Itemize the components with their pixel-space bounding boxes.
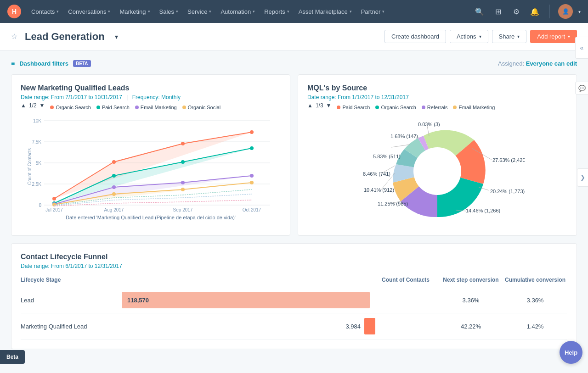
funnel-cumulative-lead: 3.36% xyxy=(503,297,567,304)
nav-marketing[interactable]: Marketing ▾ xyxy=(115,0,154,23)
assigned-label: Assigned: xyxy=(498,60,524,67)
header-actions: Create dashboard Actions ▾ Share ▾ Add r… xyxy=(384,30,577,43)
funnel-table-header: Lifecycle Stage Count of Contacts Next s… xyxy=(21,277,567,287)
next-arrow-icon[interactable]: ▼ xyxy=(326,102,332,109)
svg-text:Count of Contacts: Count of Contacts xyxy=(27,148,32,185)
nav-automation[interactable]: Automation ▾ xyxy=(216,0,260,23)
mql-source-card: MQL's by Source Date range: From 1/1/201… xyxy=(298,74,577,236)
next-page-button[interactable]: ❯ xyxy=(577,168,588,187)
svg-text:5K: 5K xyxy=(36,161,42,166)
svg-point-18 xyxy=(112,174,116,178)
svg-text:Jul 2017: Jul 2017 xyxy=(45,207,63,212)
svg-text:Sep 2017: Sep 2017 xyxy=(173,207,193,212)
actions-chevron-icon: ▾ xyxy=(479,34,481,39)
nav-service[interactable]: Service ▾ xyxy=(183,0,216,23)
mql-source-subtitle: Date range: From 1/1/2017 to 12/31/2017 xyxy=(307,94,567,100)
add-report-button[interactable]: Add report ▾ xyxy=(530,30,577,43)
pie-chart-svg: 27.63% (2,420) 20.24% (1,773) 14.46% (1,… xyxy=(350,116,525,226)
mql-source-page-num: 1/3 xyxy=(316,102,323,109)
nav-conversations[interactable]: Conversations ▾ xyxy=(63,0,115,23)
chevron-down-icon: ▾ xyxy=(57,9,59,14)
col-header-count: Count of Contacts xyxy=(122,277,439,283)
chevron-down-icon: ▾ xyxy=(350,9,352,14)
user-avatar[interactable]: 👤 xyxy=(558,4,573,19)
share-button[interactable]: Share ▾ xyxy=(492,30,527,43)
svg-point-19 xyxy=(181,160,185,164)
svg-text:0: 0 xyxy=(39,203,41,208)
prev-arrow-icon[interactable]: ▲ xyxy=(307,102,313,109)
mql-line-chart-card: New Marketing Qualified Leads Date range… xyxy=(11,74,290,236)
legend-label: Email Marketing xyxy=(458,105,495,110)
svg-point-13 xyxy=(112,160,116,164)
nav-reports[interactable]: Reports ▾ xyxy=(260,0,294,23)
nav-divider xyxy=(549,5,550,18)
funnel-bar-cell-mql: 3,984 xyxy=(122,318,439,334)
mql-source-legend: ▲ 1/3 ▼ Paid Search Organic Search Refer… xyxy=(307,102,567,112)
legend-paid-search: Paid Search xyxy=(337,105,370,110)
legend-dot-icon xyxy=(96,106,100,109)
nav-asset-marketplace[interactable]: Asset Marketplace ▾ xyxy=(294,0,356,23)
svg-point-25 xyxy=(250,174,254,178)
chevron-down-icon: ▾ xyxy=(253,9,255,14)
favorite-star-icon[interactable]: ☆ xyxy=(11,32,17,41)
svg-text:10.41% (912): 10.41% (912) xyxy=(364,187,394,193)
create-dashboard-button[interactable]: Create dashboard xyxy=(384,30,446,43)
assigned-section: Assigned: Everyone can edit xyxy=(498,60,577,67)
funnel-stage-lead: Lead xyxy=(21,297,122,304)
funnel-subtitle: Date range: From 6/1/2017 to 12/31/2017 xyxy=(21,263,567,269)
beta-button[interactable]: Beta xyxy=(0,350,25,358)
share-chevron-icon: ▾ xyxy=(517,34,520,39)
svg-point-14 xyxy=(181,142,185,145)
add-report-chevron-icon: ▾ xyxy=(568,34,570,39)
avatar-chevron-icon[interactable]: ▾ xyxy=(578,9,581,14)
legend-organic-search: Organic Search xyxy=(50,105,90,110)
svg-point-30 xyxy=(250,181,254,184)
nav-contacts[interactable]: Contacts ▾ xyxy=(27,0,63,23)
svg-point-23 xyxy=(112,185,116,189)
search-icon[interactable]: 🔍 xyxy=(473,5,486,18)
legend-email-marketing: Email Marketing xyxy=(453,105,495,110)
nav-sales[interactable]: Sales ▾ xyxy=(155,0,183,23)
next-arrow-icon[interactable]: ▼ xyxy=(40,102,45,109)
assigned-value[interactable]: Everyone can edit xyxy=(526,60,577,67)
legend-dot-icon xyxy=(135,106,139,109)
nav-items: Contacts ▾ Conversations ▾ Marketing ▾ S… xyxy=(27,0,473,23)
funnel-stage-mql: Marketing Qualified Lead xyxy=(21,323,122,330)
funnel-bar-mql xyxy=(364,318,375,334)
legend-dot-icon xyxy=(182,106,186,109)
chat-bubble-icon[interactable]: 💬 xyxy=(575,82,588,95)
legend-label: Organic Search xyxy=(381,105,416,110)
actions-button[interactable]: Actions ▾ xyxy=(450,30,488,43)
funnel-next-step-mql: 42.22% xyxy=(439,323,503,330)
settings-icon[interactable]: ⚙ xyxy=(510,5,523,18)
mql-source-title: MQL's by Source xyxy=(307,84,567,92)
funnel-card: Contact Lifecycle Funnel Date range: Fro… xyxy=(11,243,577,349)
svg-point-35 xyxy=(413,147,461,195)
svg-text:10K: 10K xyxy=(33,118,41,123)
svg-text:14.46% (1,266): 14.46% (1,266) xyxy=(466,208,500,213)
hubspot-logo[interactable]: H xyxy=(7,5,21,18)
funnel-date-range: Date range: From 6/1/2017 to 12/31/2017 xyxy=(21,263,122,269)
prev-arrow-icon[interactable]: ▲ xyxy=(21,102,26,109)
header-bar: ☆ Lead Generation ▾ Create dashboard Act… xyxy=(0,23,588,50)
svg-text:8.46% (741): 8.46% (741) xyxy=(363,171,390,177)
chevron-down-icon: ▾ xyxy=(287,9,289,14)
svg-point-20 xyxy=(250,146,254,150)
svg-text:7.5K: 7.5K xyxy=(32,139,41,145)
mql-legend: ▲ 1/2 ▼ Organic Search Paid Search Email… xyxy=(21,102,281,112)
svg-text:0.03% (3): 0.03% (3) xyxy=(418,122,440,127)
title-dropdown-icon[interactable]: ▾ xyxy=(115,33,118,40)
nav-partner[interactable]: Partner ▾ xyxy=(356,0,390,23)
svg-point-12 xyxy=(52,197,56,200)
mql-date-range: Date range: From 7/1/2017 to 10/31/2017 xyxy=(21,94,122,100)
legend-label: Referrals xyxy=(427,105,448,110)
marketplace-icon[interactable]: ⊞ xyxy=(492,5,504,18)
sidebar-collapse-icon[interactable]: « xyxy=(575,37,588,59)
col-header-cumulative: Cumulative conversion xyxy=(503,277,567,283)
mql-source-page-nav: ▲ 1/3 ▼ xyxy=(307,102,331,109)
funnel-count-mql: 3,984 xyxy=(122,323,361,330)
filter-label[interactable]: Dashboard filters xyxy=(19,60,68,67)
notifications-icon[interactable]: 🔔 xyxy=(528,5,541,18)
mql-source-date-range: Date range: From 1/1/2017 to 12/31/2017 xyxy=(307,94,409,100)
mql-line-chart: 10K 7.5K 5K 2.5K 0 Count of Contacts xyxy=(21,116,281,217)
